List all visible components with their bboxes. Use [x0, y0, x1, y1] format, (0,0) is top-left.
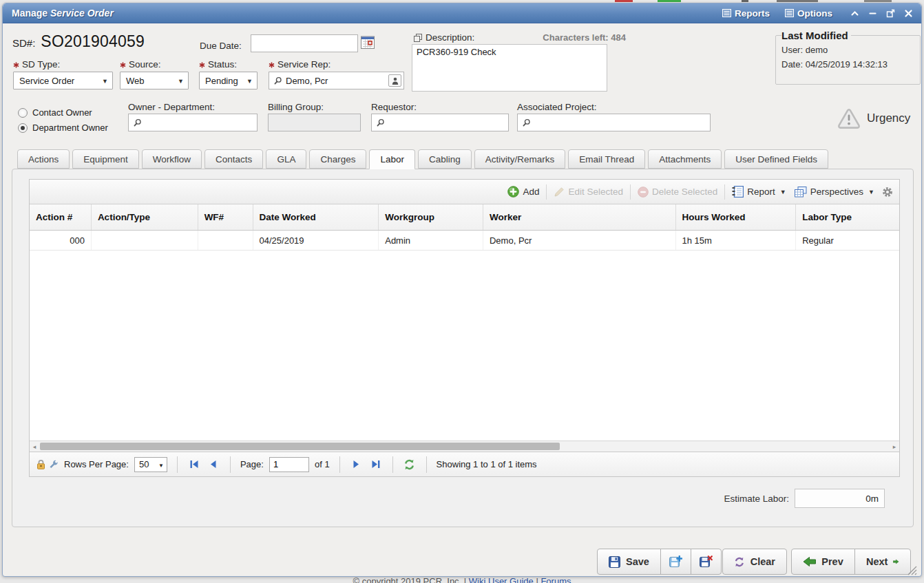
perspectives-label: Perspectives — [810, 187, 863, 197]
search-icon — [273, 76, 282, 85]
popout-description-icon[interactable] — [414, 34, 422, 42]
scroll-left-arrow[interactable]: ◂ — [30, 441, 39, 452]
column-header-wf-number[interactable]: WF# — [198, 204, 253, 230]
prev-button[interactable]: Prev — [791, 549, 855, 575]
report-book-icon — [732, 186, 744, 198]
lock-icon[interactable] — [36, 459, 45, 469]
due-date-calendar-button[interactable] — [361, 36, 375, 51]
department-owner-radio[interactable]: Department Owner — [18, 123, 108, 133]
window-title-entity: Service Order — [50, 8, 114, 19]
tab-cabling[interactable]: Cabling — [418, 149, 472, 169]
table-row[interactable]: 000 04/25/2019 Admin Demo, Pcr 1h 15m Re… — [30, 231, 899, 251]
forums-link[interactable]: Forums — [540, 576, 571, 583]
prev-page-button[interactable] — [207, 458, 220, 471]
tab-strip: Actions Equipment Workflow Contacts GLA … — [17, 149, 828, 169]
description-textarea[interactable]: PCR360-919 Check — [412, 44, 607, 92]
column-header-date-worked[interactable]: Date Worked — [253, 204, 379, 230]
collapse-button[interactable] — [849, 8, 861, 19]
column-header-hours-worked[interactable]: Hours Worked — [676, 204, 797, 230]
tab-contacts[interactable]: Contacts — [204, 149, 263, 169]
rows-per-page-select[interactable]: 50 ▼ — [134, 457, 167, 472]
chevron-down-icon: ▼ — [868, 189, 874, 195]
chevron-down-icon: ▼ — [780, 189, 786, 195]
column-header-action-type[interactable]: Action/Type — [92, 204, 198, 230]
first-page-icon — [189, 460, 199, 469]
wiki-user-guide-link[interactable]: Wiki User Guide — [469, 576, 534, 583]
service-rep-lookup-button[interactable] — [388, 74, 401, 87]
tab-email-thread[interactable]: Email Thread — [568, 149, 645, 169]
save-and-new-button[interactable] — [660, 549, 691, 575]
cell-wf-number — [198, 231, 253, 250]
requestor-field[interactable] — [371, 114, 509, 131]
due-date-input[interactable] — [251, 34, 358, 52]
report-button[interactable]: Report ▼ — [731, 184, 787, 199]
service-rep-field[interactable]: Demo, Pcr — [269, 72, 404, 89]
resize-handle[interactable] — [906, 564, 917, 577]
grid-settings-button[interactable] — [881, 187, 894, 198]
tab-equipment[interactable]: Equipment — [72, 149, 139, 169]
tab-user-defined-fields[interactable]: User Defined Fields — [724, 149, 828, 169]
edit-selected-button[interactable]: Edit Selected — [552, 185, 624, 199]
last-page-button[interactable] — [369, 458, 383, 471]
scrollbar-thumb[interactable] — [40, 443, 560, 450]
pager-separator — [392, 456, 393, 473]
first-page-button[interactable] — [187, 458, 201, 471]
source-select[interactable]: Web ▼ — [120, 72, 189, 89]
next-button[interactable]: Next — [854, 549, 911, 575]
scroll-right-arrow[interactable]: ▸ — [890, 441, 899, 452]
perspectives-button[interactable]: Perspectives ▼ — [793, 185, 876, 199]
tab-actions[interactable]: Actions — [17, 149, 70, 169]
reports-button[interactable]: Reports — [717, 6, 775, 21]
department-owner-label: Department Owner — [32, 123, 108, 133]
owner-department-field[interactable] — [128, 114, 258, 131]
delete-minus-icon — [638, 187, 649, 198]
tab-gla[interactable]: GLA — [266, 149, 306, 169]
clear-refresh-icon — [734, 556, 745, 568]
pager-separator — [426, 456, 427, 473]
save-button[interactable]: Save — [597, 549, 661, 575]
next-page-button[interactable] — [350, 458, 364, 471]
arrow-right-icon — [893, 556, 899, 567]
associated-project-field[interactable] — [517, 114, 711, 131]
refresh-button[interactable] — [403, 458, 417, 471]
clear-button[interactable]: Clear — [722, 549, 787, 575]
tab-workflow[interactable]: Workflow — [142, 149, 202, 169]
page-input[interactable] — [269, 457, 309, 472]
column-header-labor-type[interactable]: Labor Type — [796, 204, 899, 230]
tab-labor[interactable]: Labor — [369, 149, 415, 169]
save-floppy-icon — [609, 556, 620, 568]
popout-button[interactable] — [885, 8, 896, 19]
tab-activity-remarks[interactable]: Activity/Remarks — [474, 149, 566, 169]
titlebar[interactable]: Manage Service Order Reports Options — [3, 3, 921, 23]
close-button[interactable] — [903, 8, 914, 19]
sd-type-select[interactable]: Service Order ▼ — [13, 72, 113, 89]
horizontal-scrollbar[interactable]: ◂ ▸ — [30, 441, 899, 452]
delete-selected-button[interactable]: Delete Selected — [636, 185, 719, 199]
column-header-workgroup[interactable]: Workgroup — [379, 204, 483, 230]
sd-type-label: SD Type: — [13, 59, 60, 70]
column-header-worker[interactable]: Worker — [483, 204, 676, 230]
cell-hours-worked: 1h 15m — [676, 231, 797, 250]
pager-separator — [339, 456, 340, 473]
minimize-button[interactable] — [867, 8, 879, 19]
status-label: Status: — [199, 59, 237, 70]
options-button[interactable]: Options — [779, 6, 838, 21]
source-value: Web — [126, 76, 145, 86]
copyright-text: © copyright 2019 PCR, Inc. | — [353, 576, 467, 583]
status-select[interactable]: Pending ▼ — [199, 72, 258, 89]
report-label: Report — [747, 187, 775, 197]
background-fragment — [864, 0, 892, 2]
urgency-indicator[interactable]: Urgency — [837, 108, 910, 129]
tab-charges[interactable]: Charges — [309, 149, 366, 169]
save-and-close-button[interactable] — [691, 549, 722, 575]
warning-triangle-icon — [837, 108, 861, 129]
chevron-down-icon: ▼ — [178, 78, 184, 85]
column-header-action-number[interactable]: Action # — [30, 204, 92, 230]
wrench-icon[interactable] — [49, 460, 59, 469]
contact-owner-radio[interactable]: Contact Owner — [18, 107, 92, 118]
pagination-bar: Rows Per Page: 50 ▼ Page: of 1 — [30, 452, 899, 476]
owner-department-label: Owner - Department: — [128, 102, 215, 112]
minimize-icon — [868, 9, 877, 18]
tab-attachments[interactable]: Attachments — [648, 149, 722, 169]
add-button[interactable]: Add — [506, 184, 540, 199]
